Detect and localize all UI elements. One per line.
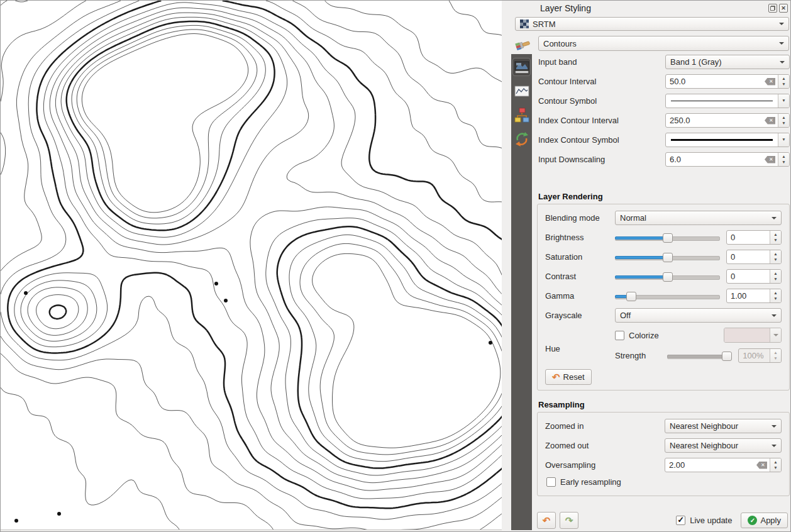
contrast-label: Contrast — [545, 272, 615, 281]
symbology-brush-icon — [514, 36, 531, 52]
chevron-down-icon — [772, 445, 777, 447]
spinner-arrows[interactable]: ▲▼ — [770, 250, 781, 263]
chevron-down-icon — [779, 23, 784, 25]
undo-icon: ↶ — [552, 372, 560, 382]
input-downscaling-input[interactable]: 6.0 ✕ ▲▼ — [665, 152, 790, 167]
contour-interval-input[interactable]: 50.0 ✕ ▲▼ — [665, 74, 790, 89]
input-band-select[interactable]: Band 1 (Gray) — [665, 55, 790, 69]
grayscale-label: Grayscale — [545, 311, 615, 320]
qgis-window: Layer Styling ✕ SRTM — [0, 0, 791, 532]
slider-handle[interactable] — [663, 253, 673, 262]
slider-handle[interactable] — [663, 272, 673, 282]
layer-rendering-heading: Layer Rendering — [538, 192, 790, 201]
panel-footer: ↶ ↷ Live update ✓ Apply — [537, 512, 788, 529]
brightness-value[interactable]: 0 ▲▼ — [726, 230, 782, 245]
resampling-group: Zoomed in Nearest Neighbour Zoomed out N… — [537, 412, 790, 496]
input-downscaling-label: Input Downscaling — [538, 155, 665, 164]
zoomed-in-select[interactable]: Nearest Neighbour — [665, 419, 782, 433]
float-panel-button[interactable] — [768, 4, 777, 13]
oversampling-input[interactable]: 2.00 ✕ ▲▼ — [665, 458, 782, 472]
raster-layer-icon — [520, 19, 529, 28]
map-canvas[interactable] — [1, 1, 502, 530]
chevron-down-icon — [772, 314, 777, 317]
slider-handle[interactable] — [722, 352, 732, 361]
chevron-down-icon[interactable]: ▼ — [778, 94, 789, 108]
index-contour-symbol-label: Index Contour Symbol — [538, 135, 665, 145]
zoomed-in-label: Zoomed in — [545, 421, 665, 431]
index-contour-interval-input[interactable]: 250.0 ✕ ▲▼ — [665, 113, 790, 128]
clear-field-icon[interactable]: ✕ — [756, 462, 767, 469]
slider-handle[interactable] — [626, 292, 636, 301]
zoomed-out-select[interactable]: Nearest Neighbour — [665, 438, 782, 453]
spinner-arrows[interactable]: ▲▼ — [770, 458, 781, 472]
clear-field-icon[interactable]: ✕ — [765, 117, 775, 125]
index-contour-symbol-select[interactable]: ▼ — [665, 133, 790, 147]
panel-content: Input band Band 1 (Gray) Contour Interva… — [537, 55, 790, 496]
gamma-slider[interactable] — [615, 290, 720, 302]
chevron-down-icon — [772, 217, 777, 219]
tab-history[interactable] — [513, 130, 530, 147]
chevron-down-icon — [772, 425, 777, 428]
strength-value: 100% ▲▼ — [738, 348, 782, 363]
contour-interval-label: Contour Interval — [538, 77, 665, 86]
spinner-arrows[interactable]: ▲▼ — [778, 75, 789, 88]
saturation-slider[interactable] — [615, 251, 720, 263]
panel-header: Layer Styling ✕ — [540, 3, 788, 14]
redo-button[interactable]: ↷ — [560, 512, 578, 529]
grayscale-select[interactable]: Off — [615, 308, 782, 323]
resampling-heading: Resampling — [538, 400, 790, 409]
index-contour-interval-label: Index Contour Interval — [538, 116, 665, 125]
oversampling-label: Oversampling — [545, 460, 665, 470]
clear-field-icon[interactable]: ✕ — [765, 156, 775, 163]
tab-histogram[interactable] — [513, 82, 530, 99]
gamma-value[interactable]: 1.00 ▲▼ — [726, 289, 782, 303]
chevron-down-icon[interactable]: ▼ — [778, 133, 789, 147]
contour-map — [1, 1, 502, 529]
style-selector[interactable]: Contours — [538, 36, 789, 51]
checkbox[interactable] — [546, 477, 556, 487]
slider-handle[interactable] — [663, 233, 673, 243]
contrast-slider[interactable] — [615, 270, 720, 283]
reset-button[interactable]: ↶ Reset — [545, 369, 592, 385]
blending-mode-select[interactable]: Normal — [615, 211, 782, 225]
contour-symbol-select[interactable]: ▼ — [665, 94, 790, 108]
colorize-checkbox[interactable]: Colorize — [615, 331, 659, 340]
history-arrows-icon — [514, 131, 529, 147]
clear-field-icon[interactable]: ✕ — [765, 78, 775, 86]
chevron-down-icon — [780, 61, 785, 64]
raster-display-icon — [514, 61, 529, 74]
checkbox[interactable] — [615, 331, 624, 340]
layer-styling-panel: Layer Styling ✕ SRTM — [502, 1, 791, 531]
layer-selector[interactable]: SRTM — [515, 17, 789, 31]
layer-rendering-group: Blending mode Normal Brightness 0 — [537, 204, 790, 391]
spinner-arrows[interactable]: ▲▼ — [778, 153, 789, 166]
blending-mode-label: Blending mode — [545, 213, 615, 223]
brightness-slider[interactable] — [615, 231, 720, 244]
spinner-arrows[interactable]: ▲▼ — [770, 289, 781, 302]
undo-icon: ↶ — [543, 516, 551, 525]
saturation-value[interactable]: 0 ▲▼ — [726, 250, 782, 264]
colorize-color-button[interactable] — [724, 328, 782, 343]
histogram-icon — [514, 86, 529, 97]
panel-title: Layer Styling — [540, 3, 591, 13]
strength-slider[interactable] — [667, 350, 732, 362]
redo-icon: ↷ — [565, 516, 573, 525]
close-icon: ✕ — [781, 6, 786, 11]
checkbox[interactable] — [676, 516, 685, 525]
brightness-label: Brightness — [545, 233, 615, 242]
hue-label: Hue — [545, 344, 615, 353]
apply-button[interactable]: ✓ Apply — [741, 513, 788, 528]
spinner-arrows[interactable]: ▲▼ — [778, 114, 789, 127]
spinner-arrows[interactable]: ▲▼ — [770, 270, 781, 283]
spinner-arrows[interactable]: ▲▼ — [770, 231, 781, 244]
chevron-down-icon — [770, 328, 781, 342]
early-resampling-checkbox[interactable]: Early resampling — [546, 477, 782, 487]
tab-attributes-diagram[interactable] — [513, 106, 530, 123]
contrast-value[interactable]: 0 ▲▼ — [726, 269, 782, 284]
close-panel-button[interactable]: ✕ — [779, 4, 788, 13]
undo-button[interactable]: ↶ — [537, 512, 556, 529]
layer-selector-value: SRTM — [533, 19, 776, 29]
live-update-checkbox[interactable]: Live update — [676, 516, 732, 525]
chevron-down-icon — [779, 42, 784, 45]
tab-symbology-raster[interactable] — [513, 58, 530, 75]
